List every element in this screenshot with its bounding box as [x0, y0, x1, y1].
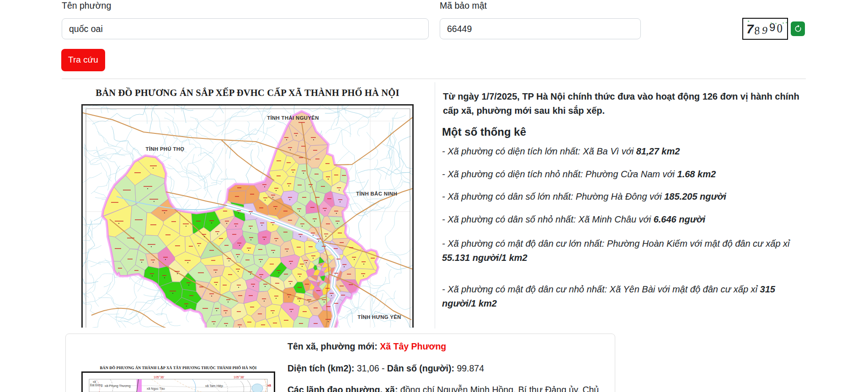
svg-text:xã Phụng Thượng: xã Phụng Thượng	[105, 384, 131, 388]
svg-text:105°36': 105°36'	[154, 376, 165, 379]
svg-text:TỈNH HƯNG YÊN: TỈNH HƯNG YÊN	[357, 314, 401, 320]
svg-text:TỈNH PHÚ THỌ: TỈNH PHÚ THỌ	[145, 146, 184, 152]
svg-text:TỈNH BẮC NINH: TỈNH BẮC NINH	[356, 191, 397, 196]
svg-text:xã Tam Hiệp: xã Tam Hiệp	[205, 384, 223, 388]
svg-text:Đại Đồng: Đại Đồng	[90, 383, 102, 387]
svg-text:105°38': 105°38'	[234, 376, 245, 379]
svg-text:xã: xã	[267, 384, 271, 387]
svg-text:TỈNH THÁI NGUYÊN: TỈNH THÁI NGUYÊN	[267, 115, 319, 121]
svg-text:xã: xã	[93, 380, 96, 383]
svg-text:xã Ngọc Tào: xã Ngọc Tào	[147, 387, 165, 391]
